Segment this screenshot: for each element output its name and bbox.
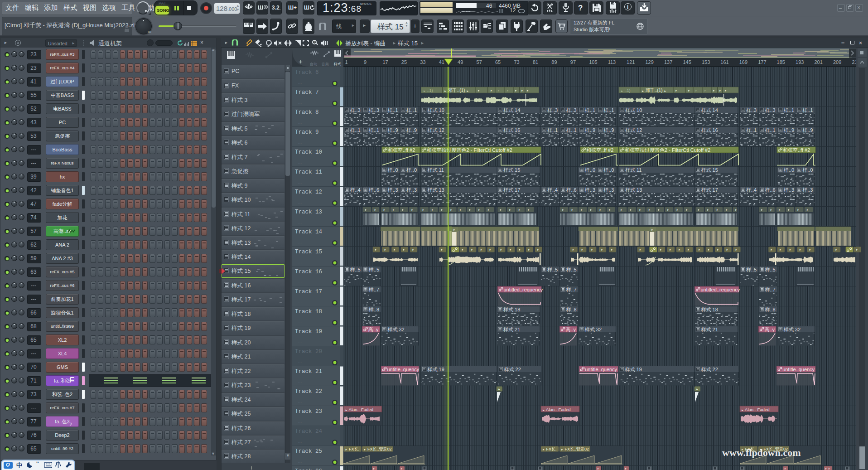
svg-text:样式 15: 样式 15 [701,167,718,173]
svg-text:样式 10: 样式 10 [625,107,642,113]
svg-text:...: ... [298,399,302,404]
svg-text:►: ► [478,208,481,211]
svg-text:样..3: 样..3 [547,107,558,113]
svg-text:►: ► [788,208,791,211]
svg-text:81: 81 [533,59,538,65]
svg-text:137: 137 [664,59,672,65]
svg-text:►: ► [374,208,376,211]
svg-text:►: ► [713,89,715,92]
svg-text:样..9: 样..9 [585,127,595,133]
svg-text:►: ► [669,248,672,251]
svg-text:►: ► [581,248,583,251]
svg-text:样..9: 样..9 [603,127,614,133]
svg-text:样..5: 样..5 [765,267,775,272]
svg-text:样..1: 样..1 [350,127,361,133]
svg-text:Track 14: Track 14 [295,229,322,235]
svg-text:自动: 自动 [310,62,317,66]
svg-text:样式: 样式 [333,62,341,66]
svg-text:57: 57 [477,59,482,65]
svg-text:样..3: 样..3 [406,187,417,193]
svg-text:Track 10: Track 10 [295,149,322,155]
svg-text:样..3: 样..3 [387,187,398,193]
svg-text:89: 89 [551,59,557,65]
svg-text:...: ... [298,279,302,284]
svg-text:和弦空拍过度音色2 - FilterCtl Cutoff #: 和弦空拍过度音色2 - FilterCtl Cutoff #2 [427,147,512,153]
svg-text:►: ► [580,208,583,211]
svg-text:33: 33 [420,59,425,65]
svg-text:样..9: 样..9 [784,127,794,133]
svg-text:样式 13: 样式 13 [625,187,642,193]
svg-text:Track 19: Track 19 [295,329,322,335]
svg-text:►: ► [667,208,670,211]
svg-text:►: ► [639,248,642,251]
svg-text:►: ► [856,248,858,251]
svg-text:untitle..quency: untitle..quency [585,367,617,372]
svg-text:...: ... [298,459,302,464]
svg-text:样..5: 样..5 [369,267,379,272]
svg-text:Track 16: Track 16 [295,269,322,275]
svg-text:样式 16: 样式 16 [503,127,520,133]
svg-text:►: ► [509,248,512,251]
svg-text:Track 23: Track 23 [295,408,322,415]
svg-text:►: ► [515,89,517,92]
svg-text:►: ► [630,208,632,211]
svg-text:►: ► [809,248,812,251]
svg-text:►: ► [735,208,738,211]
svg-text:...: ... [298,219,302,224]
svg-text:►: ► [716,208,719,211]
svg-text:样式 21: 样式 21 [503,327,520,332]
svg-text:Track 7: Track 7 [295,89,319,96]
svg-text:样式 32: 样式 32 [784,327,800,332]
svg-text:...: ... [298,100,302,105]
svg-text:►: ► [724,89,727,92]
svg-text:...: ... [298,140,302,145]
svg-text:►: ► [599,208,602,211]
svg-text:►: ► [571,208,574,211]
svg-text:►: ► [500,208,502,211]
svg-text:►: ► [365,208,367,211]
svg-text:样..3: 样..3 [350,107,361,113]
svg-text:►: ► [518,208,521,211]
svg-text:177: 177 [758,59,766,65]
svg-text:样..3: 样..3 [765,107,775,113]
svg-text:►: ► [498,388,501,391]
svg-text:►: ► [509,208,511,211]
svg-text:113: 113 [608,59,616,65]
svg-text:Track 12: Track 12 [295,189,322,195]
svg-text:样式 22: 样式 22 [701,367,718,372]
svg-text:49: 49 [458,59,463,65]
svg-text:193: 193 [796,59,804,65]
svg-text:►: ► [490,89,493,92]
svg-text:样..6: 样..6 [566,187,576,193]
svg-text:►: ► [384,248,387,251]
svg-text:►: ► [620,208,623,211]
svg-text:►: ► [687,248,690,251]
svg-text:►: ► [779,248,782,251]
svg-text:►: ► [487,208,490,211]
svg-text:►: ► [403,248,405,251]
svg-text:Track 26: Track 26 [295,468,322,470]
svg-text:97: 97 [570,59,576,65]
svg-text:201: 201 [815,59,823,65]
svg-text:105: 105 [589,59,597,65]
svg-text:样..1: 样..1 [765,127,775,133]
svg-text:► Alan..-Faded: ► Alan..-Faded [741,407,769,412]
svg-text:Track 9: Track 9 [295,129,319,136]
svg-text:音频: 音频 [321,62,329,66]
svg-text:样..3: 样..3 [746,107,757,113]
svg-text:►: ► [469,208,472,211]
svg-text:样..3: 样..3 [603,187,614,193]
svg-text:样..5: 样..5 [547,267,558,272]
svg-text:样..6: 样..6 [765,187,775,193]
svg-text:样..6: 样..6 [369,187,379,193]
svg-text:► 邓千..(1) ►: ► 邓千..(1) ► [641,88,666,93]
svg-text:►: ► [761,208,763,211]
svg-text:►: ► [735,248,738,251]
svg-text:►: ► [412,248,415,251]
svg-text:►: ► [688,89,690,92]
svg-text:►: ► [726,248,729,251]
svg-text:169: 169 [739,59,747,65]
svg-text:161: 161 [720,59,728,65]
svg-text:►: ► [806,208,809,211]
svg-text:►: ► [431,208,434,211]
